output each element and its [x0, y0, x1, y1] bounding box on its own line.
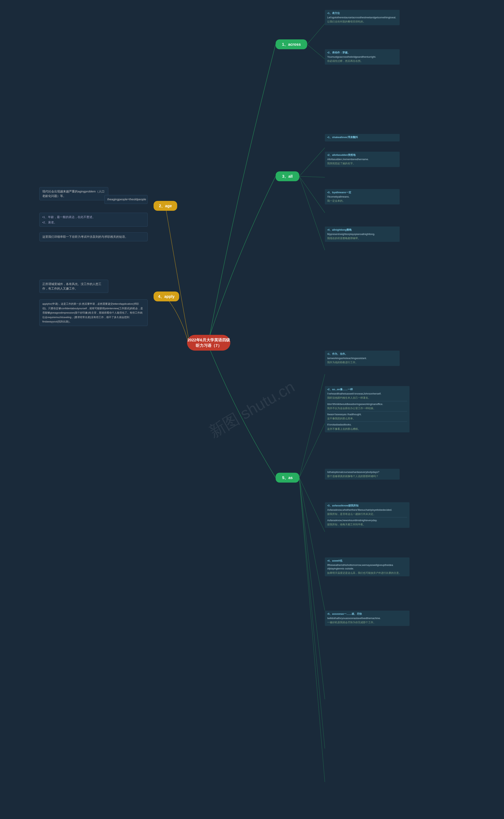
all-card-2: •2、allofasudden突然地 Allofasudden,Iremembe…	[325, 152, 400, 167]
node-all: 3、all	[276, 171, 299, 181]
node-across: 1、across	[276, 39, 307, 49]
apply-desc: 正所谓城里城外，各有风光。没工作的人想工作，有工作的人又嫌工作。	[39, 280, 108, 293]
as-card-optional: Isthatoptionalcourseashardaseverybodyday…	[325, 469, 400, 480]
across-card-2: •2、表动作：穿越。 Youmustgoacrossthebridgeandth…	[325, 49, 400, 65]
age-equation: theagingpeople=theoldpeople	[104, 195, 148, 204]
svg-line-7	[299, 424, 325, 478]
svg-line-6	[299, 374, 325, 478]
age-info-1: 现代社会出现越来越严重的agingproblem（人口老龄化问题）等。	[39, 187, 108, 200]
node-apply: 4、apply	[154, 291, 179, 301]
as-card-1: •1、作为、当作。 Iamworkingashisteachingassista…	[325, 350, 400, 366]
age-note: •1、年龄，最一般的表达，在此不赘述。 •2、衰老。	[39, 213, 148, 227]
watermark: 新图 shutu.cn	[205, 376, 299, 443]
svg-line-11	[299, 478, 325, 749]
svg-line-12	[299, 478, 325, 782]
all-card-1: •1、shakeallover浑身颤抖	[325, 134, 400, 141]
svg-line-0	[307, 24, 325, 44]
node-as: 5、as	[276, 473, 299, 483]
svg-line-1	[307, 44, 325, 59]
svg-line-5	[299, 176, 325, 250]
node-age: 2、age	[154, 201, 177, 211]
svg-line-2	[299, 148, 325, 176]
svg-line-9	[299, 478, 325, 611]
svg-line-4	[299, 176, 325, 213]
age-study-note: 这里我们详细串联一下在听力考试中涉及到的与求职相关的短语。	[39, 232, 148, 241]
all-card-3: •3、byallmeans一定 I'llcomebyallmeans. 我一定会…	[325, 189, 400, 204]
central-node: 2022年6月大学英语四级 听力习语（7）	[187, 335, 230, 350]
as-card-3: •3、asfarasIknow据我所知 Asfarasknow,whethert…	[325, 502, 409, 528]
svg-line-8	[299, 478, 325, 532]
apply-content: applyfor(申请)，这是工作的第一步;然后要申请，必然需要递交letter…	[39, 299, 148, 326]
svg-line-10	[299, 478, 325, 699]
svg-line-3	[299, 176, 325, 177]
across-card-1: •1、表方位 Let'sgototherestaurantacrossthest…	[325, 10, 400, 25]
all-card-4: •4、allnightlong整晚 Mypresentneighborplays…	[325, 226, 400, 242]
as-card-5: •5、assoonas一……就、尽快 Iwilldothatforyouasso…	[325, 611, 409, 626]
as-card-4: •4、aswell也 Iftheweatheristhishottomorrow…	[325, 558, 409, 576]
as-card-2: •2、as...as像……一样 I'veheardthatheisaswell-…	[325, 386, 409, 433]
